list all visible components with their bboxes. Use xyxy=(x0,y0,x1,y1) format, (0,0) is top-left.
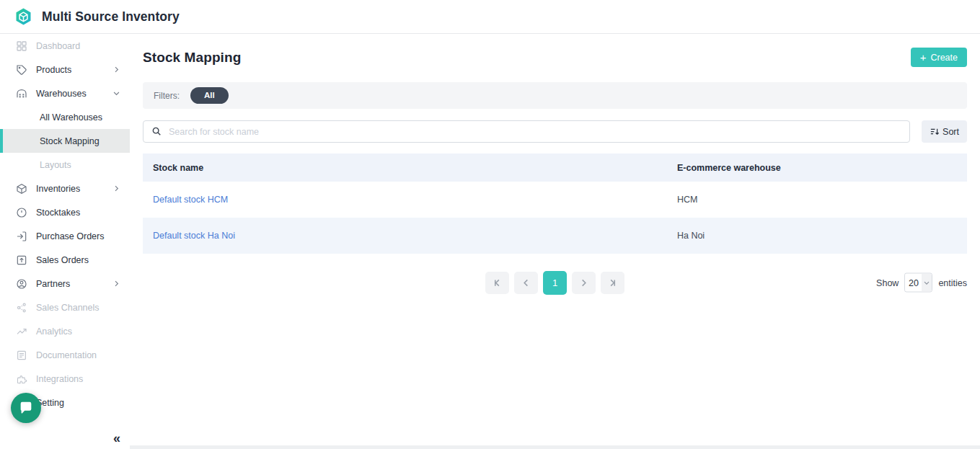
table-row: Default stock Ha Noi Ha Noi xyxy=(143,218,967,254)
warehouse-cell: HCM xyxy=(667,182,967,218)
sidebar-item-purchase-orders[interactable]: Purchase Orders xyxy=(0,224,130,248)
chevron-right-icon xyxy=(113,66,120,73)
sidebar-item-analytics: Analytics xyxy=(0,319,130,343)
clock-icon xyxy=(15,206,27,218)
create-button[interactable]: + Create xyxy=(911,48,967,67)
chevron-left-icon xyxy=(522,279,530,287)
sidebar-item-inventories[interactable]: Inventories xyxy=(0,177,130,200)
last-page-icon xyxy=(609,279,617,287)
main-content: Stock Mapping + Create Filters: All Sort… xyxy=(130,48,980,295)
app-title: Multi Source Inventory xyxy=(42,9,180,25)
plus-icon: + xyxy=(920,52,927,63)
entities-label: entities xyxy=(938,277,967,288)
page-size-select[interactable]: 20 xyxy=(904,273,932,293)
horizontal-scrollbar[interactable] xyxy=(130,445,980,449)
sort-icon xyxy=(930,126,940,137)
sidebar-item-dashboard: Dashboard xyxy=(0,34,130,58)
user-circle-icon xyxy=(15,277,27,290)
arrow-in-icon xyxy=(15,230,27,242)
sidebar-item-sales-channels: Sales Channels xyxy=(0,295,130,319)
last-page-button[interactable] xyxy=(601,272,624,294)
app-header: Multi Source Inventory xyxy=(0,0,980,34)
sidebar: Dashboard Products Warehouses All Wareho… xyxy=(0,34,130,449)
sidebar-item-integrations: Integrations xyxy=(0,367,130,391)
box-arrow-up-icon xyxy=(15,254,27,266)
search-input[interactable] xyxy=(143,120,910,143)
column-ecommerce-warehouse: E-commerce warehouse xyxy=(667,154,967,182)
stock-mapping-table: Stock name E-commerce warehouse Default … xyxy=(143,154,967,254)
chevron-down-icon xyxy=(113,90,120,97)
sidebar-item-all-warehouses[interactable]: All Warehouses xyxy=(0,105,130,129)
chevron-right-icon xyxy=(580,279,588,287)
search-icon xyxy=(151,126,162,139)
puzzle-icon xyxy=(15,373,27,385)
sidebar-item-warehouses[interactable]: Warehouses xyxy=(0,81,130,105)
tag-icon xyxy=(15,63,27,76)
prev-page-button[interactable] xyxy=(514,272,538,294)
chat-bubble-icon xyxy=(18,400,34,416)
warehouse-cell: Ha Noi xyxy=(667,218,967,254)
table-header-row: Stock name E-commerce warehouse xyxy=(143,154,967,182)
chat-launcher-button[interactable] xyxy=(11,393,41,423)
sort-button[interactable]: Sort xyxy=(922,120,967,143)
sidebar-item-partners[interactable]: Partners xyxy=(0,272,130,295)
trend-icon xyxy=(15,325,27,337)
document-icon xyxy=(15,349,27,361)
warehouse-icon xyxy=(15,87,27,99)
stock-link[interactable]: Default stock HCM xyxy=(153,195,228,205)
pagination: 1 xyxy=(485,271,624,295)
share-icon xyxy=(15,301,27,314)
sidebar-item-layouts: Layouts xyxy=(0,153,130,177)
sidebar-item-sales-orders[interactable]: Sales Orders xyxy=(0,248,130,272)
column-stock-name: Stock name xyxy=(143,154,667,182)
app-logo-icon xyxy=(14,7,33,27)
sidebar-item-stock-mapping[interactable]: Stock Mapping xyxy=(0,129,130,153)
sidebar-item-products[interactable]: Products xyxy=(0,58,130,81)
chevron-right-icon xyxy=(113,185,120,192)
sidebar-collapse-button[interactable]: « xyxy=(113,432,120,445)
first-page-button[interactable] xyxy=(485,272,509,294)
stock-link[interactable]: Default stock Ha Noi xyxy=(153,231,235,241)
chevron-down-icon xyxy=(922,274,932,292)
filters-label: Filters: xyxy=(154,91,180,101)
sidebar-item-documentation: Documentation xyxy=(0,343,130,367)
next-page-button[interactable] xyxy=(572,272,596,294)
page-title: Stock Mapping xyxy=(143,50,241,66)
page-size-control: Show 20 entities xyxy=(876,273,967,293)
sidebar-item-stocktakes[interactable]: Stocktakes xyxy=(0,200,130,224)
filters-bar: Filters: All xyxy=(143,82,967,109)
chevron-right-icon xyxy=(113,280,120,287)
table-row: Default stock HCM HCM xyxy=(143,182,967,218)
filter-chip-all[interactable]: All xyxy=(190,87,229,105)
package-icon xyxy=(15,182,27,195)
first-page-icon xyxy=(493,279,501,287)
dashboard-icon xyxy=(15,40,27,52)
page-number-button[interactable]: 1 xyxy=(543,271,567,295)
show-label: Show xyxy=(876,277,899,288)
